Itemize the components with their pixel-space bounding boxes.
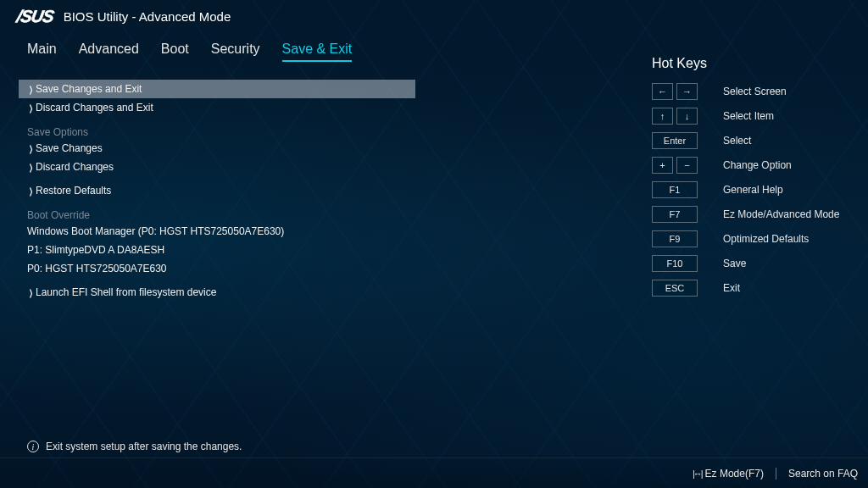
menu-item[interactable]: P1: SlimtypeDVD A DA8AESH [19, 241, 623, 259]
hotkey-row: EnterSelect [652, 132, 851, 149]
tab-boot[interactable]: Boot [161, 42, 189, 62]
search-faq-button[interactable]: Search on FAQ [788, 468, 858, 480]
key-badge: F9 [652, 230, 698, 247]
chevron-right-icon: ❯ [29, 85, 33, 94]
key-badge: ↓ [676, 108, 698, 125]
hotkey-row: F7Ez Mode/Advanced Mode [652, 206, 851, 223]
hotkey-keys: ←→ [652, 83, 698, 100]
menu-item[interactable]: ❯Save Changes and Exit [19, 80, 415, 98]
hotkey-row: ←→Select Screen [652, 83, 851, 100]
hotkey-keys: F7 [652, 206, 698, 223]
header: /SUS BIOS Utility - Advanced Mode [0, 0, 868, 42]
key-badge: + [652, 157, 673, 174]
hotkey-keys: F1 [652, 181, 698, 198]
hotkeys-panel: Hot Keys ←→Select Screen↑↓Select ItemEnt… [623, 80, 868, 456]
menu-item[interactable]: ❯Save Changes [19, 139, 623, 158]
hotkey-row: F9Optimized Defaults [652, 230, 851, 247]
hotkey-label: Change Option [723, 159, 792, 171]
chevron-right-icon: ❯ [29, 186, 33, 196]
hotkeys-title: Hot Keys [652, 56, 851, 71]
key-badge: ↑ [652, 108, 673, 125]
hotkey-label: Optimized Defaults [723, 233, 809, 245]
section-header: Save Options [19, 124, 623, 139]
chevron-right-icon: ❯ [29, 144, 33, 153]
menu-item-label: Discard Changes and Exit [36, 102, 153, 114]
info-icon: i [27, 441, 39, 452]
main-area: ❯Save Changes and Exit❯Discard Changes a… [0, 80, 868, 456]
menu-item-label: Launch EFI Shell from filesystem device [36, 286, 216, 298]
hotkey-label: Select [723, 135, 751, 147]
asus-logo: /SUS [15, 7, 55, 26]
hotkey-row: F1General Help [652, 181, 851, 198]
hotkey-keys: F9 [652, 230, 698, 247]
hotkey-row: ↑↓Select Item [652, 108, 851, 125]
hotkeys-list: ←→Select Screen↑↓Select ItemEnterSelect+… [652, 83, 851, 297]
menu-item[interactable]: Windows Boot Manager (P0: HGST HTS725050… [19, 222, 623, 241]
menu-panel: ❯Save Changes and Exit❯Discard Changes a… [0, 80, 623, 456]
hotkey-label: Exit [723, 282, 740, 294]
key-badge: F1 [652, 181, 698, 198]
tab-security[interactable]: Security [211, 42, 260, 62]
key-badge: → [676, 83, 698, 100]
menu-item[interactable]: ❯Launch EFI Shell from filesystem device [19, 283, 623, 302]
chevron-right-icon: ❯ [29, 163, 33, 172]
hotkey-row: ESCExit [652, 280, 851, 297]
menu-item[interactable]: ❯Discard Changes and Exit [19, 98, 623, 117]
key-badge: − [676, 157, 698, 174]
key-badge: ESC [652, 280, 698, 297]
hotkey-label: Save [723, 258, 746, 269]
tab-main[interactable]: Main [27, 42, 57, 62]
footer: |↔| Ez Mode(F7) Search on FAQ [0, 458, 868, 488]
hotkey-keys: +− [652, 157, 698, 174]
section-header: Boot Override [19, 207, 623, 222]
menu-item-label: Discard Changes [36, 161, 114, 173]
menu-item-label: Save Changes [36, 142, 103, 154]
chevron-right-icon: ❯ [29, 103, 33, 113]
page-title: BIOS Utility - Advanced Mode [64, 9, 231, 24]
menu-item-label: Restore Defaults [36, 185, 111, 197]
hotkey-label: General Help [723, 184, 783, 196]
section-header-label: Boot Override [19, 209, 90, 221]
menu-item-label: Save Changes and Exit [36, 83, 142, 95]
section-header-label: Save Options [19, 126, 88, 138]
tab-advanced[interactable]: Advanced [79, 42, 139, 62]
info-text: Exit system setup after saving the chang… [46, 441, 242, 452]
info-bar: i Exit system setup after saving the cha… [27, 441, 242, 452]
hotkey-keys: ESC [652, 280, 698, 297]
hotkey-label: Ez Mode/Advanced Mode [723, 208, 839, 220]
search-faq-label: Search on FAQ [788, 468, 858, 480]
menu-item[interactable]: P0: HGST HTS725050A7E630 [19, 259, 623, 278]
key-badge: F7 [652, 206, 698, 223]
menu-item[interactable]: ❯Discard Changes [19, 158, 623, 176]
key-badge: ← [652, 83, 673, 100]
hotkey-row: +−Change Option [652, 157, 851, 174]
hotkey-row: F10Save [652, 255, 851, 272]
hotkey-keys: ↑↓ [652, 108, 698, 125]
mode-toggle-icon: |↔| [693, 469, 702, 479]
ez-mode-button[interactable]: |↔| Ez Mode(F7) [693, 468, 764, 480]
tab-save-exit[interactable]: Save & Exit [282, 42, 353, 62]
key-badge: Enter [652, 132, 698, 149]
key-badge: F10 [652, 255, 698, 272]
divider [776, 468, 776, 480]
hotkey-keys: Enter [652, 132, 698, 149]
ez-mode-label: Ez Mode(F7) [705, 468, 764, 480]
hotkey-label: Select Item [723, 110, 774, 122]
hotkey-label: Select Screen [723, 86, 787, 97]
chevron-right-icon: ❯ [29, 288, 33, 297]
hotkey-keys: F10 [652, 255, 698, 272]
menu-item[interactable]: ❯Restore Defaults [19, 181, 623, 200]
